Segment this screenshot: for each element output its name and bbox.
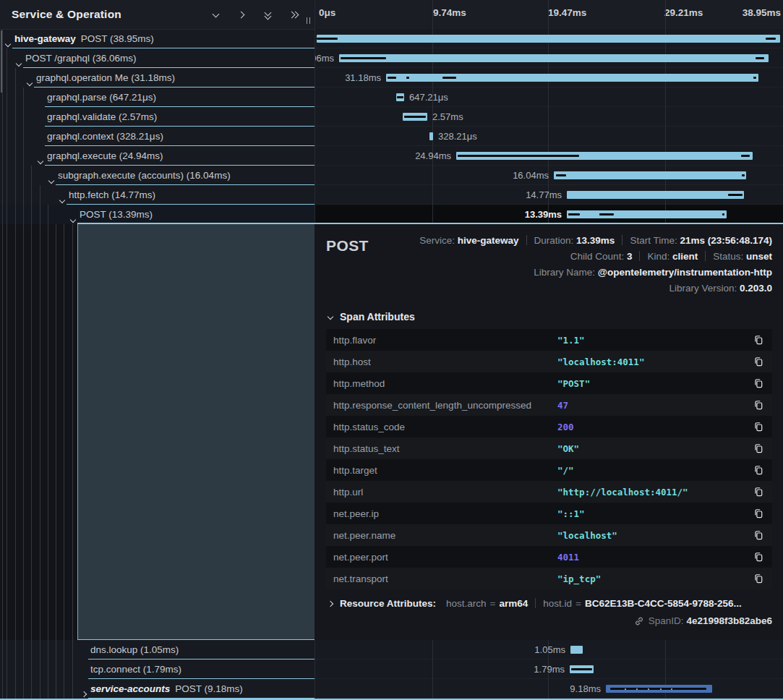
span-detail-header: POST Service: hive-gatewayDuration: 13.3… [326,233,772,296]
timeline-tick: 19.47ms [548,7,586,18]
scrollbar-thumb[interactable] [1,30,2,93]
attribute-value: 47 [557,400,568,411]
span-tree-row[interactable]: graphql.execute (24.94ms) [0,146,315,166]
column-resize-handle[interactable] [307,17,311,24]
timeline-row[interactable]: 36.06ms [315,48,783,68]
chevron-down-icon[interactable] [38,153,43,166]
span-bar[interactable] [570,646,583,654]
attribute-key: http.target [333,465,557,476]
span-duration-label: 328.21μs [438,127,477,146]
span-tree-label: tcp.connect (1.79ms) [90,660,181,679]
resource-attributes-row[interactable]: Resource Attributes: host.arch=arm64host… [326,598,772,609]
attribute-row: http.status_text"OK" [326,438,772,459]
copy-icon[interactable] [753,573,765,584]
expand-one-icon[interactable] [236,9,247,20]
timeline-row[interactable]: 1.05ms [315,640,783,660]
collapse-all-icon[interactable] [262,9,273,20]
link-icon[interactable] [634,616,644,626]
chevron-right-icon [328,600,333,606]
span-tree-row[interactable]: graphql.context (328.21μs) [0,127,315,146]
indent-guide [7,48,7,699]
span-attributes-table: http.flavor"1.1"http.host"localhost:4011… [326,329,772,589]
copy-icon[interactable] [753,551,765,563]
timeline-row[interactable]: 14.77ms [315,185,783,205]
indent-guide [48,205,48,699]
span-tree-row[interactable]: POST /graphql (36.06ms) [0,48,315,68]
timeline-row[interactable]: 2.57ms [315,107,783,127]
indent-guide [72,224,73,699]
span-tree-row[interactable]: subgraph.execute (accounts) (16.04ms) [0,166,315,185]
meta-value: 3 [627,251,633,262]
timeline-row[interactable]: 38.95ms [315,29,783,48]
span-tree-label: POST /graphql (36.06ms) [25,48,137,68]
copy-icon[interactable] [753,486,765,498]
span-bar[interactable] [429,132,433,140]
copy-icon[interactable] [753,334,765,346]
span-duration-label: 2.57ms [432,107,463,127]
meta-value: unset [746,251,772,262]
timeline-row[interactable]: 9.18ms [315,679,783,699]
span-bar[interactable] [567,210,727,218]
copy-icon[interactable] [753,356,765,367]
copy-icon[interactable] [753,529,765,541]
timeline-row[interactable]: 31.18ms [315,68,783,88]
span-tree-label: graphql.parse (647.21μs) [47,88,156,107]
span-bar[interactable] [339,54,769,62]
timeline-tick: 29.21ms [664,7,703,18]
chevron-down-icon[interactable] [49,173,54,186]
chevron-right-icon[interactable] [82,686,86,699]
attribute-key: http.url [333,487,557,498]
copy-icon[interactable] [753,377,765,389]
span-tree-row[interactable]: hive-gatewayPOST (38.95ms) [0,29,315,48]
copy-icon[interactable] [753,443,765,454]
attribute-key: net.peer.port [333,552,557,563]
timeline-row[interactable]: 328.21μs [315,127,783,146]
resource-key: host.id [543,598,572,609]
span-bar-segment [636,688,638,690]
resource-attributes-values: host.arch=arm64host.id=BC62E13B-C4CC-585… [446,598,742,609]
expand-all-icon[interactable] [288,9,299,20]
span-tree-row[interactable]: graphql.operation Me (31.18ms) [0,68,315,88]
span-duration-label: 1.79ms [478,660,565,679]
timeline-row[interactable]: 24.94ms [315,146,783,166]
timeline-row[interactable]: 647.21μs [315,88,783,107]
span-bar-segment [442,77,456,79]
copy-icon[interactable] [753,421,765,432]
attribute-row: http.url"http://localhost:4011/" [326,481,772,503]
timeline-row[interactable]: 16.04ms [315,166,783,185]
timeline-row[interactable]: 1.79ms [315,660,783,679]
chevron-down-icon[interactable] [60,192,64,205]
detail-top-border [77,223,783,224]
span-bar-segment [599,213,614,215]
span-tree-label: graphql.execute (24.94ms) [47,146,163,166]
chevron-down-icon[interactable] [71,212,75,225]
meta-value: @opentelemetry/instrumentation-http [598,267,772,278]
span-bar-segment [625,688,626,690]
span-meta-line: Library Version: 0.203.0 [419,281,772,296]
chevron-down-icon[interactable] [17,56,21,69]
tree-header-icons [210,9,299,20]
attribute-row: net.peer.port4011 [326,546,772,568]
chevron-down-icon[interactable] [6,36,10,49]
attribute-row: net.peer.ip"::1" [326,503,772,524]
attribute-value: "1.1" [557,335,585,346]
attribute-value: "::1" [557,508,585,519]
span-bar[interactable] [554,171,746,179]
copy-icon[interactable] [753,464,765,476]
chevron-down-icon[interactable] [27,75,32,88]
attribute-value: 200 [557,422,574,432]
copy-icon[interactable] [753,508,765,519]
span-tree-row[interactable]: http.fetch (14.77ms) [0,185,315,205]
span-bar-segment [742,174,745,176]
span-bar[interactable] [317,35,780,43]
timeline-row[interactable]: 13.39ms [315,205,783,224]
copy-icon[interactable] [753,399,765,411]
span-bar[interactable] [567,191,744,199]
attribute-value: 4011 [557,552,579,563]
span-tree-row[interactable]: graphql.parse (647.21μs) [0,88,315,107]
collapse-one-icon[interactable] [210,9,221,20]
span-attributes-section-header[interactable]: Span Attributes [326,311,772,323]
span-bar-segment [556,174,566,176]
meta-separator [705,251,706,261]
span-tree-row[interactable]: graphql.validate (2.57ms) [0,107,315,127]
